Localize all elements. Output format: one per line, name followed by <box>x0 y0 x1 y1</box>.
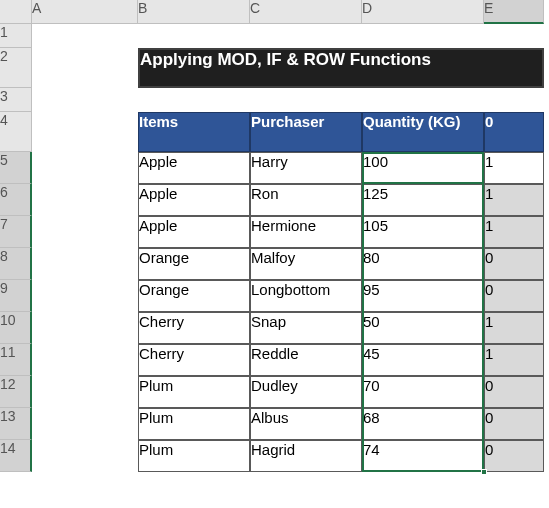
col-header-B[interactable]: B <box>138 0 250 24</box>
header-purchaser: Purchaser <box>250 112 362 152</box>
cell-extra-14[interactable]: 0 <box>484 440 544 472</box>
cell-quantity-6[interactable]: 125 <box>362 184 484 216</box>
row-header-8[interactable]: 8 <box>0 248 32 280</box>
cell-purchaser-14[interactable]: Hagrid <box>250 440 362 472</box>
cell-items-14[interactable]: Plum <box>138 440 250 472</box>
cell-A5[interactable] <box>32 152 138 184</box>
cell-quantity-8[interactable]: 80 <box>362 248 484 280</box>
cell-A8[interactable] <box>32 248 138 280</box>
row-header-5[interactable]: 5 <box>0 152 32 184</box>
cell[interactable] <box>250 24 362 48</box>
cell-extra-13[interactable]: 0 <box>484 408 544 440</box>
row-header-3[interactable]: 3 <box>0 88 32 112</box>
row-header-4[interactable]: 4 <box>0 112 32 152</box>
cell-items-11[interactable]: Cherry <box>138 344 250 376</box>
cell-items-7[interactable]: Apple <box>138 216 250 248</box>
cell[interactable] <box>362 24 484 48</box>
cell-items-5[interactable]: Apple <box>138 152 250 184</box>
cell-A13[interactable] <box>32 408 138 440</box>
row-header-13[interactable]: 13 <box>0 408 32 440</box>
row-header-6[interactable]: 6 <box>0 184 32 216</box>
row-header-1[interactable]: 1 <box>0 24 32 48</box>
cell[interactable] <box>484 24 544 48</box>
cell-purchaser-12[interactable]: Dudley <box>250 376 362 408</box>
col-header-A[interactable]: A <box>32 0 138 24</box>
col-header-C[interactable]: C <box>250 0 362 24</box>
row-header-11[interactable]: 11 <box>0 344 32 376</box>
col-header-D[interactable]: D <box>362 0 484 24</box>
header-quantity: Quantity (KG) <box>362 112 484 152</box>
cell-items-6[interactable]: Apple <box>138 184 250 216</box>
cell-A9[interactable] <box>32 280 138 312</box>
row-header-2[interactable]: 2 <box>0 48 32 88</box>
cell-quantity-11[interactable]: 45 <box>362 344 484 376</box>
cell[interactable] <box>362 88 484 112</box>
cell-quantity-10[interactable]: 50 <box>362 312 484 344</box>
cell-A14[interactable] <box>32 440 138 472</box>
cell-A12[interactable] <box>32 376 138 408</box>
cell-A4[interactable] <box>32 112 138 152</box>
cell-purchaser-7[interactable]: Hermione <box>250 216 362 248</box>
cell-extra-11[interactable]: 1 <box>484 344 544 376</box>
cell-A2[interactable] <box>32 48 138 88</box>
cell[interactable] <box>250 88 362 112</box>
cell-purchaser-11[interactable]: Reddle <box>250 344 362 376</box>
cell-A10[interactable] <box>32 312 138 344</box>
cell-quantity-7[interactable]: 105 <box>362 216 484 248</box>
cell-purchaser-8[interactable]: Malfoy <box>250 248 362 280</box>
cell-A11[interactable] <box>32 344 138 376</box>
cell-purchaser-10[interactable]: Snap <box>250 312 362 344</box>
fill-handle[interactable] <box>481 469 487 475</box>
cell-quantity-14[interactable]: 74 <box>362 440 484 472</box>
cell-extra-8[interactable]: 0 <box>484 248 544 280</box>
cell-extra-10[interactable]: 1 <box>484 312 544 344</box>
cell-purchaser-6[interactable]: Ron <box>250 184 362 216</box>
cell-items-13[interactable]: Plum <box>138 408 250 440</box>
cell-items-12[interactable]: Plum <box>138 376 250 408</box>
cell-extra-7[interactable]: 1 <box>484 216 544 248</box>
cell-quantity-5[interactable]: 100 <box>362 152 484 184</box>
col-header-E[interactable]: E <box>484 0 544 24</box>
cell-extra-6[interactable]: 1 <box>484 184 544 216</box>
page-title: Applying MOD, IF & ROW Functions <box>138 48 544 88</box>
cell[interactable] <box>484 88 544 112</box>
row-header-9[interactable]: 9 <box>0 280 32 312</box>
cell-quantity-12[interactable]: 70 <box>362 376 484 408</box>
row-header-7[interactable]: 7 <box>0 216 32 248</box>
cell-quantity-13[interactable]: 68 <box>362 408 484 440</box>
row-header-12[interactable]: 12 <box>0 376 32 408</box>
select-all-corner[interactable] <box>0 0 32 24</box>
cell-extra-12[interactable]: 0 <box>484 376 544 408</box>
header-extra: 0 <box>484 112 544 152</box>
cell-purchaser-9[interactable]: Longbottom <box>250 280 362 312</box>
cell[interactable] <box>32 88 138 112</box>
cell-purchaser-13[interactable]: Albus <box>250 408 362 440</box>
cell[interactable] <box>138 88 250 112</box>
cell-purchaser-5[interactable]: Harry <box>250 152 362 184</box>
cell-extra-9[interactable]: 0 <box>484 280 544 312</box>
cell-items-9[interactable]: Orange <box>138 280 250 312</box>
row-header-10[interactable]: 10 <box>0 312 32 344</box>
cell[interactable] <box>32 24 138 48</box>
cell-A6[interactable] <box>32 184 138 216</box>
header-items: Items <box>138 112 250 152</box>
cell-quantity-9[interactable]: 95 <box>362 280 484 312</box>
cell-extra-5[interactable]: 1 <box>484 152 544 184</box>
cell-A7[interactable] <box>32 216 138 248</box>
cell-items-8[interactable]: Orange <box>138 248 250 280</box>
row-header-14[interactable]: 14 <box>0 440 32 472</box>
cell-items-10[interactable]: Cherry <box>138 312 250 344</box>
cell[interactable] <box>138 24 250 48</box>
